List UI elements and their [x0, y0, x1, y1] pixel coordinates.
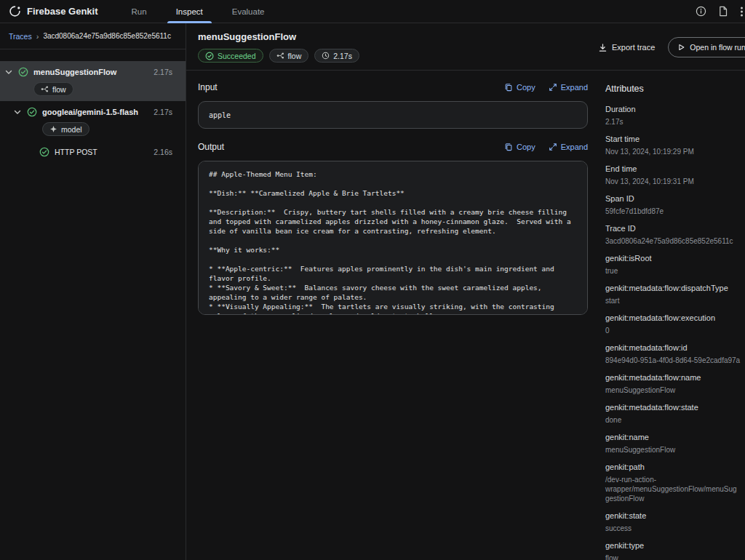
attribute-item: genkit:path/dev-run-action-wrapper/menuS…	[605, 463, 741, 503]
attribute-item: Duration2.17s	[605, 105, 741, 127]
attribute-label: End time	[605, 164, 741, 174]
copy-input-button[interactable]: Copy	[504, 83, 535, 92]
open-in-flow-runner-button[interactable]: Open in flow runner	[668, 37, 745, 57]
success-check-icon	[18, 67, 28, 77]
attribute-label: genkit:path	[605, 463, 741, 472]
status-label: Succeeded	[218, 52, 256, 60]
export-trace-button[interactable]: Export trace	[598, 43, 655, 52]
export-trace-label: Export trace	[612, 43, 655, 52]
copy-icon	[504, 143, 513, 151]
attributes-panel: Attributes Duration2.17s Start timeNov 1…	[599, 71, 745, 560]
brand-title: Firebase Genkit	[27, 6, 98, 17]
attribute-value: success	[605, 524, 741, 533]
attribute-value: true	[605, 266, 741, 276]
open-in-flow-runner-label: Open in flow runner	[690, 43, 745, 52]
expand-output-button[interactable]: Expand	[549, 143, 588, 151]
trace-sidebar: Traces › 3acd0806a24e75a9d86c85e852e5611…	[0, 23, 186, 560]
attribute-item: genkit:metadata:flow:id894e94d0-951a-4f0…	[605, 343, 741, 365]
attribute-label: genkit:metadata:flow:dispatchType	[605, 284, 741, 293]
flow-icon	[41, 85, 49, 93]
attribute-label: genkit:state	[605, 511, 741, 521]
span-type-label: model	[61, 125, 82, 134]
attribute-item: genkit:isRoottrue	[605, 254, 741, 276]
copy-label: Copy	[517, 83, 535, 92]
attribute-label: genkit:name	[605, 433, 741, 442]
attribute-value: 59fcfe7d1bdfd87e	[605, 207, 741, 216]
duration-chip: 2.17s	[314, 49, 359, 63]
attribute-label: genkit:metadata:flow:state	[605, 403, 741, 412]
success-check-icon	[39, 147, 49, 157]
header-actions: Export trace Open in flow runner	[598, 37, 745, 57]
input-header: Input Copy Expand	[198, 80, 588, 95]
success-check-icon	[205, 52, 214, 60]
brand: Firebase Genkit	[9, 5, 98, 17]
span-row-gemini[interactable]: googleai/gemini-1.5-flash 2.17s model	[0, 101, 186, 141]
attribute-value: /dev-run-action-wrapper/menuSuggestionFl…	[605, 475, 741, 503]
attribute-value: Nov 13, 2024, 10:19:29 PM	[605, 147, 741, 156]
tab-inspect[interactable]: Inspect	[162, 0, 218, 23]
breadcrumb-separator-icon: ›	[36, 32, 39, 41]
attribute-item: genkit:namemenuSuggestionFlow	[605, 433, 741, 455]
trace-detail: menuSuggestionFlow Succeeded flow	[186, 23, 745, 560]
docs-icon[interactable]	[718, 6, 728, 17]
span-tree: menuSuggestionFlow 2.17s flow	[0, 61, 186, 164]
expand-icon	[549, 83, 557, 92]
attribute-item: genkit:metadata:flow:namemenuSuggestionF…	[605, 373, 741, 395]
chevron-down-icon[interactable]	[4, 68, 13, 76]
span-label: menuSuggestionFlow	[33, 68, 116, 76]
span-row-http-post[interactable]: HTTP POST 2.16s	[0, 141, 186, 164]
attribute-value: 3acd0806a24e75a9d86c85e852e5611c	[605, 236, 741, 246]
attribute-value: 0	[605, 326, 741, 335]
attribute-item: Trace ID3acd0806a24e75a9d86c85e852e5611c	[605, 224, 741, 246]
io-panel: Input Copy Expand	[186, 71, 599, 560]
attribute-label: genkit:isRoot	[605, 254, 741, 263]
attribute-item: End timeNov 13, 2024, 10:19:31 PM	[605, 164, 741, 186]
copy-output-button[interactable]: Copy	[504, 143, 535, 151]
span-row-menusuggestionflow[interactable]: menuSuggestionFlow 2.17s flow	[0, 61, 186, 101]
attribute-item: Span ID59fcfe7d1bdfd87e	[605, 194, 741, 216]
genkit-logo-icon	[9, 5, 21, 17]
attribute-value: flow	[605, 553, 741, 560]
info-icon[interactable]	[696, 6, 706, 17]
attribute-label: genkit:metadata:flow:execution	[605, 313, 741, 323]
breadcrumb: Traces › 3acd0806a24e75a9d86c85e852e5611…	[0, 23, 186, 49]
attribute-label: genkit:metadata:flow:name	[605, 373, 741, 383]
topbar-actions	[696, 6, 738, 17]
chevron-down-icon[interactable]	[13, 108, 22, 116]
attribute-item: genkit:metadata:flow:dispatchTypestart	[605, 284, 741, 305]
attribute-item: genkit:typeflow	[605, 541, 741, 560]
expand-input-button[interactable]: Expand	[549, 83, 588, 92]
tab-evaluate[interactable]: Evaluate	[218, 0, 279, 23]
flow-icon	[276, 52, 284, 60]
span-duration: 2.16s	[154, 148, 172, 156]
output-header: Output Copy Expand	[198, 140, 588, 154]
attribute-item: Start timeNov 13, 2024, 10:19:29 PM	[605, 135, 741, 156]
attribute-label: Span ID	[605, 194, 741, 204]
attribute-label: Start time	[605, 135, 741, 144]
main-nav: Run Inspect Evaluate	[117, 0, 279, 23]
span-duration: 2.17s	[154, 108, 172, 116]
attribute-value: menuSuggestionFlow	[605, 445, 741, 455]
attribute-value: Nov 13, 2024, 10:19:31 PM	[605, 177, 741, 186]
output-field[interactable]: ## Apple-Themed Menu Item: **Dish:** **C…	[198, 161, 588, 315]
breadcrumb-traces-link[interactable]: Traces	[9, 32, 32, 41]
output-label: Output	[198, 142, 224, 152]
play-icon	[677, 43, 685, 52]
attribute-label: genkit:metadata:flow:id	[605, 343, 741, 353]
duration-label: 2.17s	[333, 52, 352, 60]
expand-label: Expand	[561, 83, 588, 92]
success-check-icon	[27, 107, 37, 117]
attribute-label: genkit:type	[605, 541, 741, 551]
more-icon[interactable]	[740, 6, 744, 17]
breadcrumb-trace-id: 3acd0806a24e75a9d86c85e852e5611c	[43, 32, 171, 40]
tab-run[interactable]: Run	[117, 0, 162, 23]
attribute-value: done	[605, 415, 741, 425]
input-field[interactable]: apple	[198, 101, 588, 129]
model-icon	[49, 125, 57, 133]
span-label: googleai/gemini-1.5-flash	[42, 108, 138, 116]
copy-icon	[504, 83, 513, 92]
attribute-label: Trace ID	[605, 224, 741, 233]
copy-label: Copy	[517, 143, 535, 151]
attribute-item: genkit:statesuccess	[605, 511, 741, 533]
type-label: flow	[288, 52, 302, 60]
